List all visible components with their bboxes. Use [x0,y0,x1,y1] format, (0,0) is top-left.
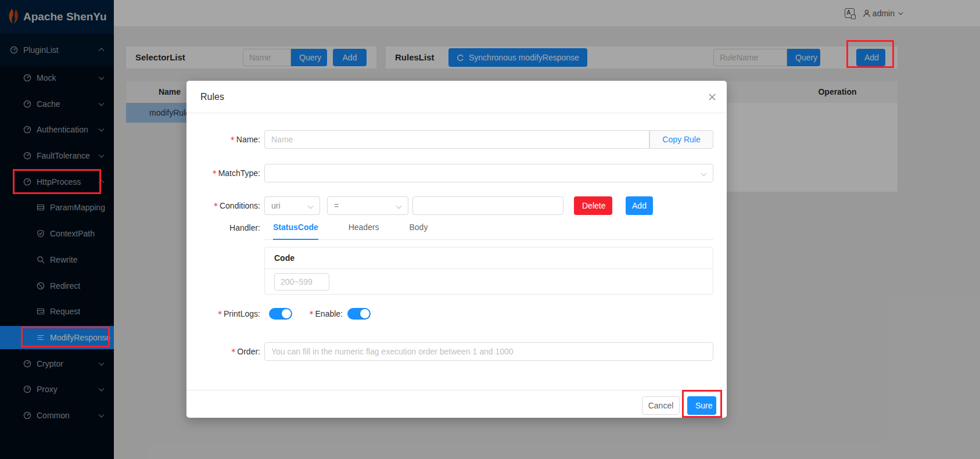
toggles-row: *PrintLogs: *Enable: [186,307,727,320]
enable-toggle[interactable] [347,308,371,320]
tab-statuscode[interactable]: StatusCode [273,218,318,240]
condition-add-button[interactable]: Add [626,196,653,215]
matchtype-row: *MatchType: [186,164,727,182]
rules-modal: Rules *Name: Copy Rule *MatchType: *Cond… [186,81,727,418]
modal-header: Rules [186,81,727,113]
condition-param-select[interactable]: uri [264,196,320,215]
copy-rule-button[interactable]: Copy Rule [649,130,713,149]
rule-name-field[interactable] [264,130,649,149]
close-icon[interactable] [708,92,717,102]
name-label: *Name: [186,130,260,149]
tab-body[interactable]: Body [410,218,428,239]
printlogs-label: *PrintLogs: [186,307,260,320]
tab-headers[interactable]: Headers [349,218,379,239]
conditions-label: *Conditions: [186,196,260,215]
code-panel: Code [264,247,713,295]
chevron-down-icon [308,203,314,209]
matchtype-select[interactable] [264,164,713,182]
name-row: *Name: Copy Rule [186,130,727,149]
handler-label: Handler: [186,218,260,237]
order-row: *Order: [186,342,727,361]
cancel-button[interactable]: Cancel [642,396,680,415]
app-root: Apache ShenYu PluginList Mock Cache Au [0,0,980,459]
conditions-row: *Conditions: uri = Delete Add [186,196,727,215]
chevron-down-icon [396,203,402,209]
chevron-down-icon [701,171,707,177]
condition-value-input[interactable] [412,196,563,215]
order-input[interactable] [264,342,713,361]
enable-label: *Enable: [291,307,343,320]
printlogs-toggle[interactable] [269,308,292,320]
modal-title: Rules [200,81,224,113]
condition-delete-button[interactable]: Delete [574,196,612,215]
modal-footer: Cancel Sure [186,390,727,418]
sure-button[interactable]: Sure [687,396,716,415]
order-label: *Order: [186,342,260,361]
code-header: Code [265,248,713,269]
matchtype-label: *MatchType: [186,164,260,182]
handler-tabs: StatusCode Headers Body [264,218,713,240]
code-input[interactable] [274,273,329,291]
condition-operator-select[interactable]: = [327,196,408,215]
